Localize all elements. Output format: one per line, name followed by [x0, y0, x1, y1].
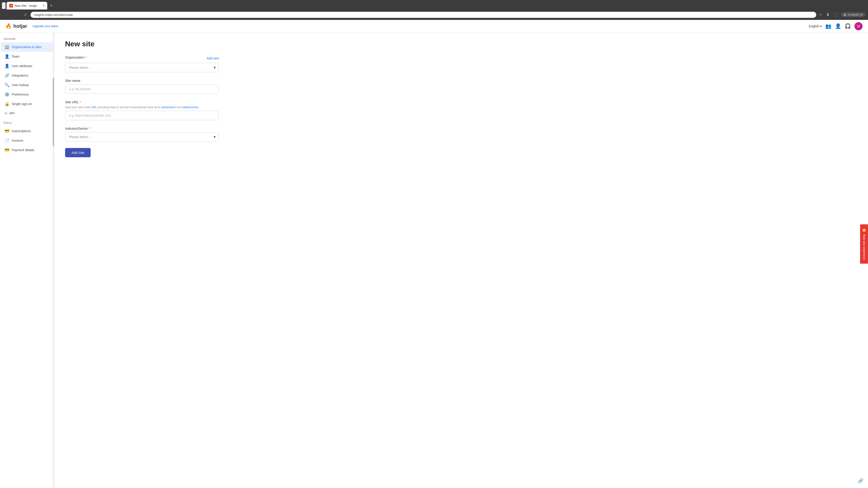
bookmark-icon[interactable]: ☆: [818, 11, 824, 18]
invoices-icon: 📄: [4, 138, 9, 143]
logo-text: hotjar: [13, 23, 27, 29]
organization-field-header: Organization * Add new: [65, 55, 219, 61]
sidebar-label-api: API: [9, 111, 15, 115]
avatar[interactable]: U: [855, 22, 863, 30]
organization-field-group: Organization * Add new Please select... …: [65, 55, 219, 72]
industry-select[interactable]: Please select...: [65, 132, 219, 142]
account-section-label: Account: [0, 36, 54, 42]
url-link[interactable]: URL: [91, 106, 97, 109]
organization-select-wrapper: Please select... ▾: [65, 63, 219, 72]
extensions-icon[interactable]: ⬛: [832, 11, 839, 18]
sidebar-item-preferences[interactable]: ⚙️ Preferences: [1, 90, 53, 99]
industry-select-wrapper: Please select... ▾: [65, 132, 219, 142]
download-icon[interactable]: ⬇: [825, 11, 831, 18]
sidebar-label-user-attributes: User attributes: [12, 64, 32, 68]
tab-favicon: H: [9, 4, 13, 7]
sidebar-label-subscriptions: Subscriptions: [12, 129, 31, 133]
add-site-button[interactable]: Add Site: [65, 148, 91, 157]
subscriptions-icon: 💳: [4, 129, 9, 133]
back-button[interactable]: ←: [3, 11, 10, 18]
organization-required-marker: *: [85, 55, 87, 59]
site-name-field-group: Site name: [65, 78, 219, 94]
main-content: New site Organization * Add new Please s…: [54, 33, 868, 488]
browser-chrome: ‹ H New Site - Hotjar × + ← → ↺ insights…: [0, 0, 868, 20]
page-title: New site: [65, 40, 857, 48]
incognito-label: Incognito (2): [848, 13, 863, 16]
new-tab-button[interactable]: +: [48, 2, 55, 9]
user-lookup-icon: 🔍: [4, 83, 9, 88]
rate-icon: ⭐: [862, 228, 866, 232]
industry-field-group: Industry/Sector * Please select... ▾: [65, 127, 219, 142]
header-right: English ▾ 👥 👤 🎧 U: [809, 22, 863, 30]
site-url-required-marker: *: [80, 100, 81, 104]
sidebar-item-payment-details[interactable]: 💳 Payment details: [1, 145, 53, 155]
sidebar-item-organizations-sites[interactable]: 🏢 Organizations & sites: [1, 42, 53, 52]
organization-label: Organization *: [65, 55, 87, 59]
language-arrow: ▾: [820, 24, 822, 28]
team-icon: 👤: [4, 54, 9, 59]
add-new-organization-link[interactable]: Add new: [207, 57, 219, 60]
new-site-form: Organization * Add new Please select... …: [65, 55, 219, 157]
sidebar-item-subscriptions[interactable]: 💳 Subscriptions: [1, 126, 53, 136]
sidebar-label-preferences: Preferences: [12, 93, 29, 96]
sidebar-scrollbar-track[interactable]: [53, 33, 54, 488]
forward-button[interactable]: →: [12, 11, 20, 18]
sidebar-item-user-lookup[interactable]: 🔍 User lookup: [1, 80, 53, 90]
subdirectories-link[interactable]: subdirectories: [182, 106, 199, 109]
sidebar-label-invoices: Invoices: [12, 139, 23, 142]
site-name-label: Site name: [65, 78, 219, 83]
tab-close-button[interactable]: ×: [42, 4, 44, 8]
logo-mark: 🔥: [5, 23, 11, 29]
tab-bar: ‹ H New Site - Hotjar × +: [0, 0, 868, 9]
sidebar-label-organizations-sites: Organizations & sites: [12, 45, 41, 49]
site-url-input[interactable]: [65, 111, 219, 120]
add-user-icon[interactable]: 👤: [835, 23, 841, 29]
browser-toolbar: ← → ↺ insights.hotjar.com/site/create ☆ …: [0, 9, 868, 20]
sidebar-item-user-attributes[interactable]: 👤 User attributes: [1, 61, 53, 71]
sidebar-item-single-sign-on[interactable]: 🔒 Single sign-on: [1, 99, 53, 109]
sidebar: Account 🏢 Organizations & sites 👤 Team 👤…: [0, 33, 54, 488]
payment-icon: 💳: [4, 148, 9, 153]
organizations-icon: 🏢: [4, 44, 9, 50]
site-url-field-group: Site URL * Input your site's main URL (i…: [65, 100, 219, 120]
tab-nav-prev[interactable]: ‹: [2, 2, 6, 9]
sidebar-label-payment: Payment details: [12, 148, 34, 152]
toolbar-actions: ☆ ⬇ ⬛ 🕵 Incognito (2): [818, 11, 865, 18]
people-icon[interactable]: 👥: [825, 23, 831, 29]
reload-button[interactable]: ↺: [22, 11, 29, 18]
sidebar-item-invoices[interactable]: 📄 Invoices: [1, 136, 53, 145]
sidebar-item-api[interactable]: ◇ API: [1, 109, 53, 118]
subdomains-link[interactable]: subdomains: [161, 106, 176, 109]
url-text: insights.hotjar.com/site/create: [34, 13, 73, 17]
site-url-label: Site URL *: [65, 100, 219, 104]
sidebar-item-integrations[interactable]: 🔗 Integrations: [1, 71, 53, 80]
integrations-icon: 🔗: [4, 73, 9, 78]
incognito-badge[interactable]: 🕵 Incognito (2): [841, 12, 865, 17]
sso-icon: 🔒: [4, 101, 9, 106]
industry-label: Industry/Sector *: [65, 127, 219, 130]
billing-section-label: Billing: [0, 118, 54, 126]
app-container: 🔥 hotjar Upgrade your plans English ▾ 👥 …: [0, 20, 868, 488]
rate-experience-sidebar[interactable]: ⭐ Rate your experience: [860, 224, 868, 264]
sidebar-scrollbar-handle[interactable]: [53, 78, 54, 146]
language-label: English: [809, 24, 819, 28]
logo-area: 🔥 hotjar: [5, 23, 27, 29]
app-header: 🔥 hotjar Upgrade your plans English ▾ 👥 …: [0, 20, 868, 33]
rate-experience-label: Rate your experience: [863, 234, 866, 260]
address-bar[interactable]: insights.hotjar.com/site/create: [31, 12, 816, 18]
main-layout: Account 🏢 Organizations & sites 👤 Team 👤…: [0, 33, 868, 488]
sidebar-label-sso: Single sign-on: [12, 102, 32, 106]
link-icon[interactable]: 🔗: [858, 478, 864, 484]
language-selector[interactable]: English ▾: [809, 24, 822, 28]
organization-select[interactable]: Please select...: [65, 63, 219, 72]
browser-tab-active[interactable]: H New Site - Hotjar ×: [6, 2, 47, 9]
upgrade-link[interactable]: Upgrade your plans: [33, 24, 58, 28]
site-url-hint: Input your site's main URL (including ht…: [65, 106, 219, 109]
site-name-input[interactable]: [65, 84, 219, 94]
user-attributes-icon: 👤: [4, 64, 9, 68]
sidebar-label-user-lookup: User lookup: [12, 83, 29, 87]
help-icon[interactable]: 🎧: [845, 23, 851, 29]
sidebar-label-integrations: Integrations: [12, 74, 28, 77]
api-icon: ◇: [4, 111, 7, 115]
sidebar-item-team[interactable]: 👤 Team: [1, 52, 53, 61]
